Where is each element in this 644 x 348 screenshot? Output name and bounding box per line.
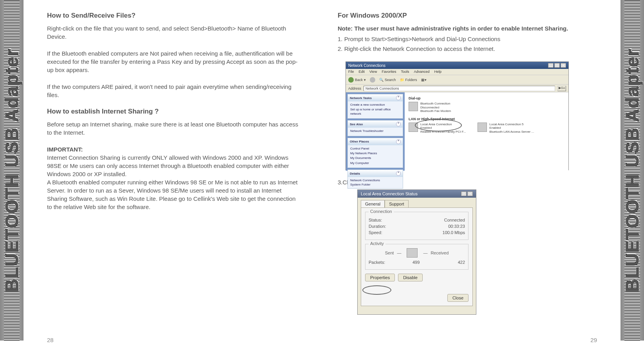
connection-icon [478, 123, 487, 132]
connection-icon [409, 102, 418, 111]
connections-pane: Dial-up Bluetooth Connection Disconnecte… [405, 92, 568, 171]
group-dialup: Dial-up [409, 96, 564, 100]
heading-internet-sharing: How to establish Internet Sharing ? [47, 108, 298, 115]
sent-label: Sent [385, 251, 394, 255]
chevron-icon[interactable]: ˄ [396, 122, 401, 126]
menu-help[interactable]: Help [434, 70, 441, 74]
menu-favorites[interactable]: Favorites [382, 70, 396, 74]
menu-view[interactable]: View [369, 70, 377, 74]
packets-sent: 499 [412, 260, 420, 265]
details-text: Network Connections System Folder [348, 177, 403, 188]
heading-windows-xp: For Windows 2000/XP [338, 12, 597, 20]
task-troubleshooter[interactable]: Network Troubleshooter [350, 129, 400, 133]
para-3: If the two computers ARE paired, it won'… [47, 83, 298, 99]
step-2: 2. Right-click the Network Connection to… [338, 45, 597, 53]
packets-label: Packets: [369, 260, 385, 265]
tasks-sidebar: Network Tasks˄ Create a new connection S… [346, 92, 405, 171]
step-1: 1. Prompt to Start>Settings>Network and … [338, 35, 597, 43]
place-control-panel[interactable]: Control Panel [350, 147, 400, 151]
para-6: A Bluetooth enabled computer running eit… [47, 178, 298, 211]
connection-bluetooth[interactable]: Bluetooth Connection Disconnected Blueto… [409, 102, 451, 113]
binding-right: BLUETOOTH USB Adapter [620, 0, 644, 341]
search-button[interactable]: 🔍 Search [379, 78, 396, 82]
window-title: Network Connections [348, 63, 385, 68]
para-5: Internet Connection Sharing is currently… [47, 153, 298, 178]
close-button[interactable]: × [561, 63, 566, 68]
address-field[interactable]: Network Connections [364, 86, 555, 91]
heading-send-receive: How to Send/Receive Files? [47, 12, 298, 20]
group-activity: Activity [369, 241, 385, 246]
place-documents[interactable]: My Documents [350, 156, 400, 160]
minimize-button[interactable]: _ [548, 63, 554, 68]
note-text: Note: The user must have administrative … [338, 24, 597, 32]
page-left: How to Send/Receive Files? Right-click o… [0, 0, 322, 348]
chevron-icon[interactable]: ˄ [396, 139, 401, 144]
tab-general[interactable]: General [361, 200, 385, 207]
para-1: Right-click on the file that you want to… [47, 24, 298, 41]
panel-details: Details [350, 172, 360, 175]
screenshot-network-connections: Network Connections _ □ × File Edit View… [346, 61, 569, 170]
disable-button[interactable]: Disable [398, 274, 423, 281]
packets-received: 422 [458, 260, 465, 265]
window-titlebar: Network Connections _ □ × [346, 62, 568, 69]
back-button[interactable]: Back ▾ [348, 77, 366, 83]
screenshot-connection-status: Local Area Connection Status ? × General… [357, 189, 476, 315]
address-bar: Address Network Connections ▶Go [346, 85, 568, 92]
toolbar: Back ▾ 🔍 Search 📁 Folders ▦▾ [346, 75, 568, 85]
computer-icon [407, 248, 418, 258]
important-label: IMPORTANT: [47, 145, 298, 153]
views-button[interactable]: ▦▾ [421, 78, 427, 82]
para-2: If the Bluetooth enabled computers are N… [47, 49, 298, 74]
go-button[interactable]: ▶Go [557, 86, 566, 91]
place-network-places[interactable]: My Network Places [350, 151, 400, 155]
panel-other-places: Other Places [350, 140, 369, 143]
page-number-left: 28 [47, 337, 54, 343]
task-create-connection[interactable]: Create a new connection [350, 103, 400, 107]
connection-lan-1[interactable]: Local Area Connection Enabled Realtek RT… [409, 123, 466, 134]
group-lan: LAN or High-Speed Internet [409, 117, 564, 121]
close-button[interactable]: × [467, 191, 473, 196]
duration-value: 00:33:23 [448, 224, 465, 229]
speed-label: Speed: [369, 230, 382, 235]
chevron-icon[interactable]: ˄ [396, 96, 401, 100]
properties-button[interactable]: Properties [365, 274, 395, 281]
tab-support[interactable]: Support [385, 200, 409, 207]
maximize-button[interactable]: □ [554, 63, 560, 68]
forward-icon [370, 77, 375, 83]
folders-button[interactable]: 📁 Folders [400, 78, 417, 82]
back-icon [348, 77, 354, 83]
task-setup-network[interactable]: Set up a home or small office network [350, 108, 400, 116]
status-titlebar: Local Area Connection Status ? × [358, 190, 476, 198]
place-computer[interactable]: My Computer [350, 161, 400, 165]
menu-file[interactable]: File [348, 70, 354, 74]
group-connection: Connection [369, 209, 394, 214]
connection-lan-5[interactable]: Local Area Connection 5 Enabled Bluetoot… [478, 123, 534, 134]
para-4: Before setup an Internet sharing, make s… [47, 120, 298, 137]
page-right: For Windows 2000/XP Note: The user must … [322, 0, 644, 348]
panel-network-tasks: Network Tasks [350, 96, 372, 100]
speed-value: 100.0 Mbps [443, 230, 465, 235]
chevron-icon[interactable]: ˄ [396, 171, 401, 176]
close-dialog-button[interactable]: Close [447, 294, 469, 302]
help-button[interactable]: ? [461, 191, 467, 196]
forward-button[interactable] [370, 77, 375, 83]
duration-label: Duration: [369, 224, 386, 229]
status-value: Connected [444, 218, 465, 222]
menu-edit[interactable]: Edit [359, 70, 365, 74]
menu-bar: File Edit View Favorites Tools Advanced … [346, 69, 568, 75]
address-label: Address [348, 87, 361, 90]
status-title: Local Area Connection Status [361, 191, 418, 196]
status-label: Status: [369, 218, 382, 222]
menu-tools[interactable]: Tools [401, 70, 409, 74]
page-number-right: 29 [590, 337, 597, 343]
received-label: Received [431, 251, 449, 255]
panel-see-also: See Also [350, 123, 363, 126]
connection-icon [409, 123, 418, 132]
side-label-text: BLUETOOTH USB Adapter [622, 49, 643, 292]
menu-advanced[interactable]: Advanced [414, 70, 429, 74]
